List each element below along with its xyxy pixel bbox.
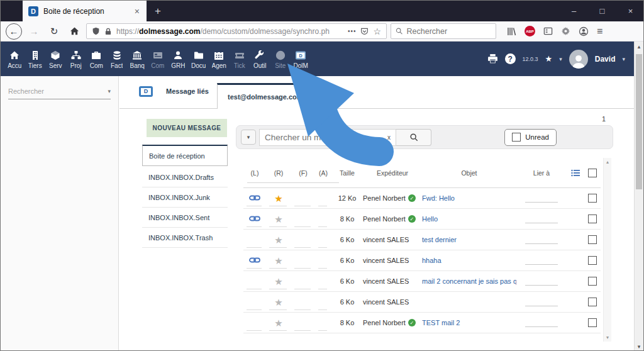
flag-cell[interactable] [291,271,315,291]
linked-cell[interactable] [243,313,266,333]
star-icon[interactable]: ★ [274,256,282,265]
window-minimize-button[interactable]: – [560,1,588,21]
url-bar[interactable]: https://dolmessage.com/demo/custom/dolme… [86,23,387,39]
star-icon[interactable]: ★ [274,194,282,203]
row-checkbox-cell[interactable] [584,250,601,270]
toolbar-item-fact[interactable]: Fact [107,48,128,69]
row-checkbox-cell[interactable] [584,230,601,250]
extension-gear-icon[interactable] [561,26,570,36]
row-checkbox-cell[interactable] [584,292,601,312]
pocket-icon[interactable] [360,27,369,35]
star-icon[interactable]: ★ [274,298,282,307]
mail-subject-link[interactable]: Fwd: Hello [422,188,516,208]
dolmessage-logo-icon[interactable]: D [139,86,153,97]
linked-cell[interactable] [243,271,266,291]
scrollbar-up-icon[interactable]: ▴ [635,43,643,50]
scroll-up-icon[interactable]: ▴ [606,159,609,165]
star-icon[interactable]: ★ [274,277,282,286]
adblock-icon[interactable]: ABP [525,26,535,36]
row-checkbox-cell[interactable] [584,313,601,333]
toolbar-item-tick[interactable]: Tick [230,48,250,69]
menu-icon[interactable]: ≡ [597,26,602,37]
mail-subject-link[interactable]: TEST mail 2 [422,313,516,333]
mail-subject-link[interactable]: test dernier [422,230,516,250]
row-checkbox-cell[interactable] [584,271,601,291]
star-cell[interactable]: ★ [266,271,291,291]
linked-cell[interactable] [243,209,266,229]
list-view-icon[interactable] [567,158,584,187]
star-cell[interactable]: ★ [266,209,291,229]
folder-item[interactable]: INBOX.INBOX.Drafts [142,167,228,187]
mail-row[interactable]: ★6 Kovincent SALEShhaha [243,250,601,271]
mail-row[interactable]: ★6 Kovincent SALESmail 2 concernant je s… [243,271,601,292]
new-message-button[interactable]: NOUVEAU MESSAGE [147,119,227,137]
link-to-field[interactable] [516,313,567,333]
column-header[interactable]: (R) [266,169,291,177]
select-all-checkbox[interactable] [584,158,601,187]
star-cell[interactable]: ★ [266,313,291,333]
mail-subject-link[interactable]: mail 2 concernant je sais pas quoi [422,271,516,291]
search-options-dropdown[interactable]: ▾ [241,130,256,145]
clear-search-icon[interactable]: x [385,134,391,141]
user-name-label[interactable]: David [595,55,616,64]
star-icon[interactable]: ★ [274,235,282,245]
toolbar-item-agen[interactable]: Agen [209,48,230,69]
mail-row[interactable]: ★6 Kovincent SALES [243,292,601,313]
toolbar-item-com[interactable]: Com [86,48,107,69]
new-tab-button[interactable]: + [147,1,169,21]
star-cell[interactable]: ★ [266,188,291,208]
column-header[interactable]: (F) [291,169,315,177]
link-to-field[interactable] [516,271,567,291]
toolbar-item-tiers[interactable]: Tiers [25,48,46,69]
link-to-field[interactable] [516,209,567,229]
unread-filter-button[interactable]: Unread [504,129,557,146]
browser-search-bar[interactable] [391,23,496,39]
account-icon[interactable] [579,26,589,36]
mail-row[interactable]: ★6 Kovincent SALEStest dernier [243,230,601,250]
sidebar-toggle-icon[interactable] [543,26,553,36]
linked-cell[interactable] [243,188,266,208]
mail-subject-link[interactable] [422,292,516,312]
answered-cell[interactable] [315,250,331,270]
page-scrollbar[interactable]: ▴ ▾ [634,42,643,351]
folder-item[interactable]: INBOX.INBOX.Sent [142,208,228,228]
answered-cell[interactable] [315,292,331,312]
toolbar-item-grh[interactable]: GRH [168,48,189,69]
star-cell[interactable]: ★ [266,230,291,250]
column-header[interactable]: Lier à [516,169,567,177]
mail-subject-link[interactable]: hhaha [422,250,516,270]
link-to-field[interactable] [516,230,567,250]
link-to-field[interactable] [516,250,567,270]
bookmarks-star-icon[interactable]: ★ [545,54,553,64]
row-checkbox-cell[interactable] [584,209,601,229]
star-cell[interactable]: ★ [266,292,291,312]
mail-search-button[interactable] [396,129,431,146]
flag-cell[interactable] [291,250,315,270]
answered-cell[interactable] [315,230,331,250]
user-avatar[interactable] [569,50,588,69]
bookmarks-caret-icon[interactable]: ▾ [559,56,562,62]
toolbar-item-dolm[interactable]: DDolM [291,48,311,69]
tab-mailbox-active[interactable]: test@dolmessage.com [217,83,314,109]
tab-messages-lies[interactable]: Message liés [166,87,209,95]
toolbar-item-serv[interactable]: Serv [45,48,66,69]
linked-cell[interactable] [243,250,266,270]
column-header[interactable]: (A) [315,169,331,177]
folder-item[interactable]: Boite de réception [142,145,228,166]
row-checkbox[interactable] [588,318,597,327]
home-button[interactable] [66,23,82,40]
answered-cell[interactable] [315,313,331,333]
row-checkbox-cell[interactable] [584,188,601,208]
star-cell[interactable]: ★ [266,250,291,270]
flag-cell[interactable] [291,188,315,208]
browser-tab[interactable]: D Boite de réception × [23,1,147,21]
link-to-field[interactable] [516,188,567,208]
page-number[interactable]: 1 [602,115,606,123]
row-checkbox[interactable] [588,214,597,223]
forward-button[interactable]: → [26,23,42,40]
scroll-down-icon[interactable]: ▾ [606,335,609,340]
help-icon[interactable]: ? [505,53,516,64]
toolbar-item-site[interactable]: Site [270,48,291,69]
star-icon[interactable]: ★ [274,214,282,224]
window-maximize-button[interactable]: □ [588,1,616,21]
